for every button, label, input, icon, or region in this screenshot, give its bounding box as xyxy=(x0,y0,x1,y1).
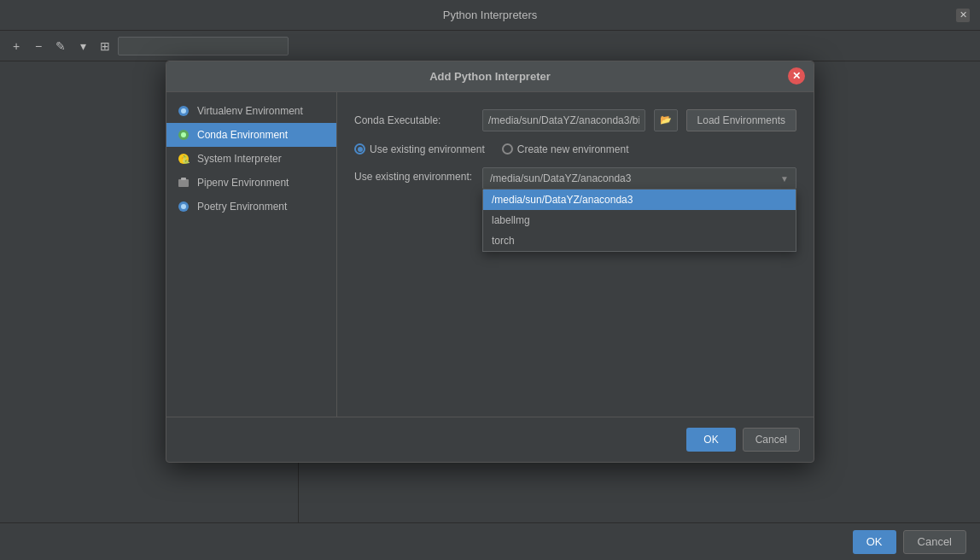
radio-use-existing-dot xyxy=(354,143,365,155)
svg-text:🐍: 🐍 xyxy=(181,155,190,165)
browse-button[interactable]: 📂 xyxy=(654,109,678,131)
interpreter-item-poetry[interactable]: Poetry Environment xyxy=(166,195,336,219)
toolbar: + − ✎ ▾ ⊞ xyxy=(0,31,980,61)
svg-point-1 xyxy=(181,108,186,114)
svg-point-3 xyxy=(181,132,186,137)
edit-icon: ✎ xyxy=(55,39,66,53)
conda-label: Conda Environment xyxy=(197,129,288,141)
radio-create-new-label: Create new environment xyxy=(517,143,629,155)
dialog-ok-button[interactable]: OK xyxy=(686,428,735,452)
interpreter-item-system[interactable]: 🐍System Interpreter xyxy=(166,147,336,171)
dropdown-row: Use existing environment: /media/sun/Dat… xyxy=(354,167,796,190)
dropdown-option[interactable]: torch xyxy=(483,230,796,251)
remove-button[interactable]: − xyxy=(29,37,48,55)
dropdown-container: /media/sun/DataYZ/anaconda3 ▼ /media/sun… xyxy=(482,167,796,190)
poetry-icon xyxy=(177,200,190,213)
tree-icon: ⊞ xyxy=(100,39,110,53)
dialog-cancel-button[interactable]: Cancel xyxy=(743,428,800,452)
system-icon: 🐍 xyxy=(177,152,190,166)
dialog-header: Add Python Interpreter ✕ xyxy=(166,61,814,92)
edit-button[interactable]: ✎ xyxy=(51,37,70,55)
conda-icon xyxy=(177,128,190,142)
poetry-label: Poetry Environment xyxy=(197,201,287,213)
add-python-interpreter-dialog: Add Python Interpreter ✕ Virtualenv Envi… xyxy=(166,61,814,463)
interpreter-item-conda[interactable]: Conda Environment xyxy=(166,123,336,147)
add-button[interactable]: + xyxy=(7,37,26,55)
dialog-close-button[interactable]: ✕ xyxy=(788,67,805,85)
environment-dropdown[interactable]: /media/sun/DataYZ/anaconda3 ▼ xyxy=(482,167,796,190)
dialog-footer: OK Cancel xyxy=(166,417,814,462)
filter-icon: ▾ xyxy=(80,39,86,53)
filter-button[interactable]: ▾ xyxy=(73,37,92,55)
config-area: Conda Executable: 📂 Load Environments Us… xyxy=(337,92,814,417)
interpreter-item-virtualenv[interactable]: Virtualenv Environment xyxy=(166,99,336,123)
interpreter-list: Virtualenv EnvironmentConda Environment🐍… xyxy=(166,92,337,417)
dropdown-option[interactable]: labellmg xyxy=(483,210,796,230)
svg-rect-7 xyxy=(181,178,186,180)
bottom-cancel-button[interactable]: Cancel xyxy=(903,530,966,554)
title-bar: Python Interpreters ✕ xyxy=(0,0,980,31)
radio-create-new[interactable]: Create new environment xyxy=(502,143,629,155)
conda-executable-label: Conda Executable: xyxy=(354,114,474,126)
dropdown-menu: /media/sun/DataYZ/anaconda3labellmgtorch xyxy=(482,190,796,252)
window-close-button[interactable]: ✕ xyxy=(956,9,970,22)
conda-executable-input[interactable] xyxy=(482,109,645,131)
radio-row: Use existing environment Create new envi… xyxy=(354,143,796,155)
dropdown-option[interactable]: /media/sun/DataYZ/anaconda3 xyxy=(483,190,796,210)
use-existing-label: Use existing environment: xyxy=(354,167,474,183)
window-title: Python Interpreters xyxy=(443,9,538,21)
path-input[interactable] xyxy=(118,37,289,55)
radio-use-existing-label: Use existing environment xyxy=(370,143,485,155)
interpreter-item-pipenv[interactable]: Pipenv Environment xyxy=(166,171,336,195)
chevron-down-icon: ▼ xyxy=(780,173,789,183)
radio-create-new-dot xyxy=(502,143,513,155)
conda-executable-row: Conda Executable: 📂 Load Environments xyxy=(354,109,796,131)
pipenv-label: Pipenv Environment xyxy=(197,177,289,189)
virtualenv-icon xyxy=(177,104,190,118)
bottom-bar: OK Cancel xyxy=(0,522,980,560)
dialog-title: Add Python Interpreter xyxy=(429,70,551,83)
bottom-ok-button[interactable]: OK xyxy=(853,530,896,554)
svg-point-9 xyxy=(181,204,186,209)
add-icon: + xyxy=(13,39,20,53)
dropdown-selected-value: /media/sun/DataYZ/anaconda3 xyxy=(490,172,631,184)
pipenv-icon xyxy=(177,176,190,190)
dialog-body: Virtualenv EnvironmentConda Environment🐍… xyxy=(166,92,814,417)
tree-button[interactable]: ⊞ xyxy=(96,37,114,55)
folder-icon: 📂 xyxy=(660,114,672,125)
system-label: System Interpreter xyxy=(197,153,282,165)
load-environments-button[interactable]: Load Environments xyxy=(686,109,796,131)
radio-use-existing[interactable]: Use existing environment xyxy=(354,143,485,155)
virtualenv-label: Virtualenv Environment xyxy=(197,105,303,117)
remove-icon: − xyxy=(35,39,42,53)
